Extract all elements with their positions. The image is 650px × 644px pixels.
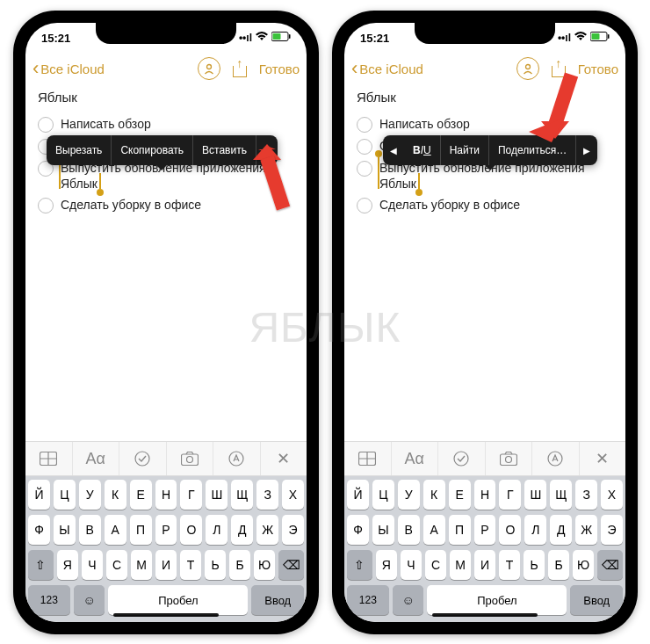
- key[interactable]: Я: [57, 550, 78, 580]
- key[interactable]: Ж: [256, 515, 278, 545]
- text-format-icon[interactable]: Aα: [73, 442, 120, 475]
- key[interactable]: Г: [180, 480, 202, 510]
- key[interactable]: Н: [474, 480, 496, 510]
- popup-more-left-icon[interactable]: ◀: [383, 146, 404, 156]
- markup-icon[interactable]: [213, 442, 261, 475]
- key[interactable]: Х: [282, 480, 304, 510]
- selection-caret-end[interactable]: [99, 173, 101, 189]
- key[interactable]: Ь: [524, 550, 545, 580]
- key[interactable]: С: [106, 550, 127, 580]
- key[interactable]: Ч: [82, 550, 103, 580]
- close-icon[interactable]: ✕: [261, 442, 307, 475]
- key[interactable]: У: [398, 480, 420, 510]
- checklist-icon[interactable]: [119, 442, 167, 475]
- shift-key[interactable]: ⇧: [28, 550, 54, 580]
- key[interactable]: Н: [155, 480, 177, 510]
- emoji-key[interactable]: ☺: [393, 585, 424, 615]
- key[interactable]: И: [474, 550, 495, 580]
- key[interactable]: О: [499, 515, 521, 545]
- list-item[interactable]: Сделать уборку в офисе: [357, 194, 613, 216]
- key[interactable]: О: [180, 515, 202, 545]
- checklist-icon[interactable]: [438, 442, 486, 475]
- key[interactable]: Л: [524, 515, 546, 545]
- popup-more-right-icon[interactable]: ▶: [576, 146, 597, 156]
- key[interactable]: Ы: [54, 515, 76, 545]
- table-icon[interactable]: [344, 442, 392, 475]
- key[interactable]: Б: [229, 550, 250, 580]
- list-item[interactable]: Написать обзор: [38, 113, 294, 135]
- key[interactable]: Ш: [206, 480, 228, 510]
- checkbox-icon[interactable]: [357, 117, 372, 133]
- key[interactable]: Т: [499, 550, 520, 580]
- popup-find[interactable]: Найти: [441, 135, 489, 165]
- key[interactable]: Ф: [28, 515, 50, 545]
- key[interactable]: Ч: [401, 550, 422, 580]
- text-format-icon[interactable]: Aα: [392, 442, 439, 475]
- key[interactable]: Г: [499, 480, 521, 510]
- key[interactable]: Д: [231, 515, 253, 545]
- emoji-key[interactable]: ☺: [74, 585, 105, 615]
- backspace-key[interactable]: ⌫: [278, 550, 304, 580]
- key[interactable]: Л: [206, 515, 228, 545]
- key[interactable]: Ж: [575, 515, 597, 545]
- collaborate-icon[interactable]: [198, 57, 220, 80]
- key[interactable]: Ш: [524, 480, 546, 510]
- key[interactable]: Ю: [254, 550, 275, 580]
- key[interactable]: З: [256, 480, 278, 510]
- key[interactable]: Я: [376, 550, 397, 580]
- numeric-key[interactable]: 123: [347, 585, 389, 615]
- key[interactable]: Ь: [205, 550, 226, 580]
- camera-icon[interactable]: [167, 442, 214, 475]
- checkbox-icon[interactable]: [357, 161, 372, 177]
- key[interactable]: Р: [155, 515, 177, 545]
- checkbox-icon[interactable]: [357, 139, 372, 155]
- key[interactable]: М: [450, 550, 471, 580]
- enter-key[interactable]: Ввод: [251, 585, 304, 615]
- key[interactable]: Ц: [54, 480, 76, 510]
- home-indicator[interactable]: [432, 613, 538, 617]
- key[interactable]: Ц: [372, 480, 394, 510]
- key[interactable]: В: [79, 515, 101, 545]
- checkbox-icon[interactable]: [38, 198, 54, 213]
- popup-biu[interactable]: BIU: [404, 135, 441, 165]
- enter-key[interactable]: Ввод: [570, 585, 623, 615]
- key[interactable]: М: [131, 550, 152, 580]
- key[interactable]: Щ: [231, 480, 253, 510]
- share-icon[interactable]: [231, 60, 249, 77]
- key[interactable]: Р: [474, 515, 496, 545]
- key[interactable]: З: [575, 480, 597, 510]
- backspace-key[interactable]: ⌫: [597, 550, 623, 580]
- close-icon[interactable]: ✕: [580, 442, 626, 475]
- selection-caret-end[interactable]: [418, 173, 420, 189]
- key[interactable]: А: [423, 515, 445, 545]
- space-key[interactable]: Пробел: [427, 585, 567, 615]
- checkbox-icon[interactable]: [38, 117, 54, 133]
- key[interactable]: Д: [550, 515, 572, 545]
- camera-icon[interactable]: [486, 442, 533, 475]
- key[interactable]: В: [398, 515, 420, 545]
- key[interactable]: Э: [601, 515, 623, 545]
- key[interactable]: Ю: [573, 550, 594, 580]
- key[interactable]: К: [423, 480, 445, 510]
- key[interactable]: Х: [601, 480, 623, 510]
- key[interactable]: Т: [180, 550, 201, 580]
- home-indicator[interactable]: [113, 613, 219, 617]
- key[interactable]: Б: [548, 550, 569, 580]
- shift-key[interactable]: ⇧: [347, 550, 372, 580]
- table-icon[interactable]: [25, 442, 73, 475]
- key[interactable]: Щ: [550, 480, 572, 510]
- popup-cut[interactable]: Вырезать: [47, 135, 112, 165]
- key[interactable]: Е: [130, 480, 152, 510]
- space-key[interactable]: Пробел: [108, 585, 248, 615]
- key[interactable]: П: [449, 515, 471, 545]
- key[interactable]: А: [105, 515, 126, 545]
- back-button[interactable]: ‹ Все iCloud: [32, 57, 105, 80]
- markup-icon[interactable]: [532, 442, 580, 475]
- key[interactable]: У: [79, 480, 101, 510]
- key[interactable]: Ф: [347, 515, 369, 545]
- key[interactable]: Ы: [372, 515, 394, 545]
- numeric-key[interactable]: 123: [28, 585, 70, 615]
- back-button[interactable]: ‹ Все iCloud: [351, 57, 423, 80]
- checkbox-icon[interactable]: [357, 198, 372, 213]
- note-title[interactable]: Яблык: [25, 84, 307, 106]
